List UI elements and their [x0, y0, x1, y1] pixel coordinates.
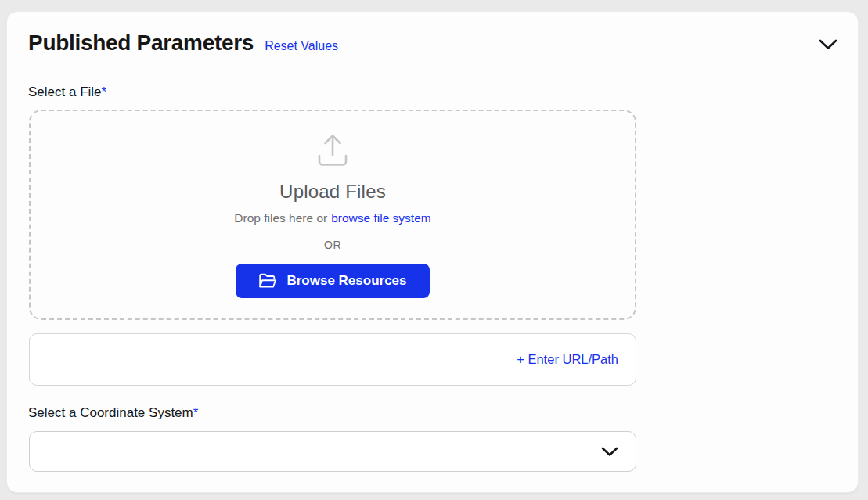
published-parameters-panel: Published Parameters Reset Values Select… — [6, 11, 859, 493]
file-dropzone[interactable]: Upload Files Drop files here or browse f… — [29, 110, 636, 320]
page-title: Published Parameters — [28, 31, 254, 56]
select-coordinate-system-label: Select a Coordinate System* — [28, 405, 198, 421]
chevron-down-icon — [601, 447, 618, 457]
panel-collapse-button[interactable] — [817, 34, 839, 56]
open-folder-icon — [258, 273, 276, 289]
browse-resources-label: Browse Resources — [286, 273, 406, 289]
coordinate-system-select[interactable] — [29, 431, 636, 472]
chevron-down-icon — [819, 39, 837, 50]
reset-values-link[interactable]: Reset Values — [265, 39, 338, 53]
panel-header: Published Parameters Reset Values — [28, 31, 839, 56]
url-path-box: + Enter URL/Path — [29, 333, 636, 386]
browse-resources-button[interactable]: Browse Resources — [236, 264, 429, 298]
select-file-label-text: Select a File — [28, 85, 102, 99]
or-divider-text: OR — [324, 239, 341, 251]
required-asterisk: * — [193, 405, 199, 420]
dropzone-title: Upload Files — [279, 181, 386, 203]
required-asterisk: * — [102, 85, 107, 99]
select-file-label: Select a File* — [28, 85, 106, 100]
select-coordinate-system-label-text: Select a Coordinate System — [28, 405, 193, 420]
drop-files-text: Drop files here or — [234, 211, 327, 225]
browse-file-system-link[interactable]: browse file system — [331, 211, 430, 225]
dropzone-subtext: Drop files here or browse file system — [234, 211, 430, 225]
upload-icon — [315, 132, 350, 168]
enter-url-path-link[interactable]: + Enter URL/Path — [517, 352, 618, 367]
